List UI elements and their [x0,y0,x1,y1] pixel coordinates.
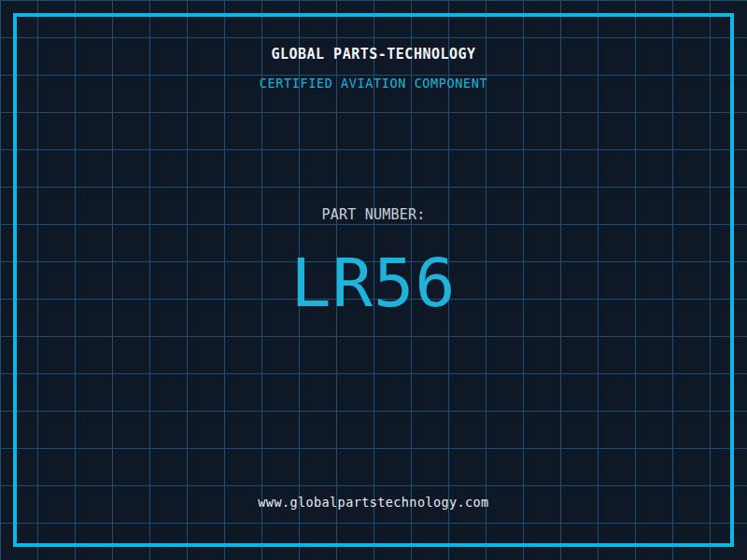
part-number-value: LR56 [0,249,747,316]
part-number-label: PART NUMBER: [0,206,747,223]
certification-tagline: CERTIFIED AVIATION COMPONENT [0,76,747,91]
company-name: GLOBAL PARTS-TECHNOLOGY [0,46,747,63]
website-url: www.globalpartstechnology.com [0,495,747,510]
